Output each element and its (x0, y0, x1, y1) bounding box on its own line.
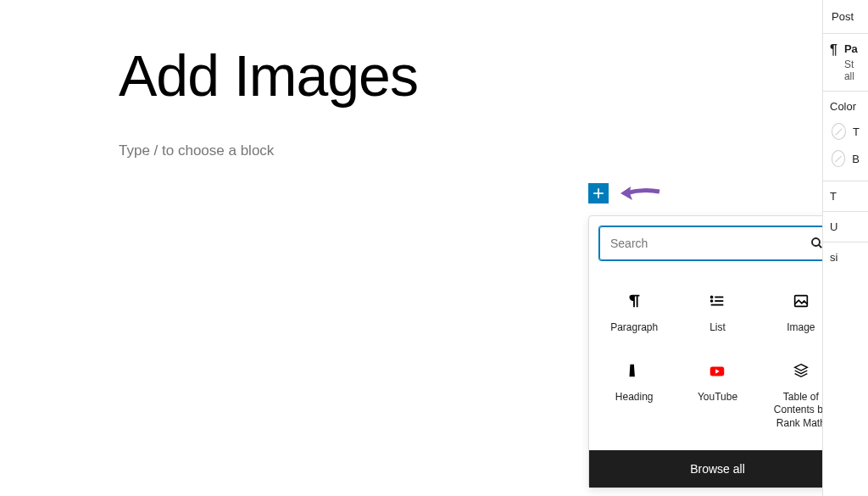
sidebar-block-desc: St all (844, 59, 858, 82)
sidebar-typography-section: T (823, 181, 868, 211)
plus-icon (590, 185, 607, 202)
svg-rect-9 (794, 296, 807, 307)
svg-line-3 (819, 245, 821, 248)
block-youtube[interactable]: YouTube (676, 348, 759, 444)
youtube-icon (708, 359, 726, 382)
paragraph-icon (625, 289, 643, 313)
sidebar-block-section: ¶ Pa St all (823, 33, 868, 91)
block-list[interactable]: List (676, 279, 759, 348)
arrow-annotation-1 (617, 181, 665, 210)
sidebar-misc-section-2: si (823, 242, 868, 272)
block-paragraph[interactable]: Paragraph (593, 279, 676, 348)
pilcrow-icon: ¶ (830, 42, 837, 58)
color-swatch-empty (832, 150, 845, 167)
browse-all-button[interactable]: Browse all (589, 450, 846, 488)
block-inserter-popover: Paragraph List Image (588, 215, 847, 488)
color-text-item[interactable]: T (830, 118, 861, 145)
sidebar-tab-post[interactable]: Post (823, 0, 868, 33)
search-box[interactable] (599, 226, 836, 260)
list-icon (708, 289, 726, 313)
page-title[interactable]: Add Images (119, 42, 704, 109)
block-placeholder[interactable]: Type / to choose a block (119, 142, 704, 159)
sidebar-color-section: Color T B (823, 91, 868, 181)
color-heading: Color (830, 100, 861, 113)
block-label: List (709, 321, 726, 335)
block-heading[interactable]: Heading (593, 348, 676, 444)
search-input[interactable] (610, 237, 810, 250)
sidebar-block-name: Pa (844, 42, 858, 55)
block-label: Heading (615, 391, 654, 404)
image-icon (792, 289, 810, 313)
block-label: Paragraph (610, 321, 658, 335)
svg-point-2 (812, 238, 820, 246)
block-label: Image (787, 321, 815, 335)
heading-icon (625, 359, 643, 382)
block-label: YouTube (698, 391, 737, 404)
svg-point-7 (711, 297, 713, 298)
sidebar: Post ¶ Pa St all Color T B T U (822, 0, 868, 496)
svg-point-8 (711, 300, 713, 302)
add-block-button[interactable] (588, 183, 609, 203)
blocks-grid: Paragraph List Image (589, 270, 846, 450)
color-bg-item[interactable]: B (830, 145, 861, 172)
sidebar-misc-section: U (823, 211, 868, 242)
color-swatch-empty (832, 123, 846, 140)
toc-icon (792, 359, 810, 382)
